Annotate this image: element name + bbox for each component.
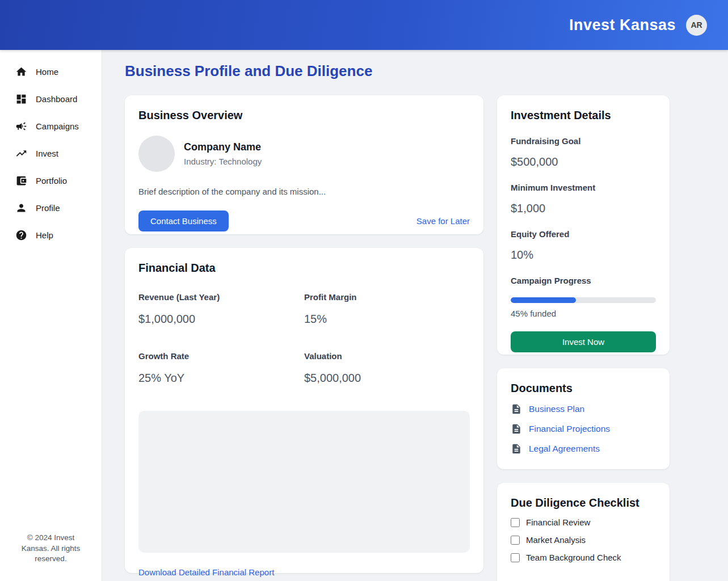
financial-chart-placeholder (138, 411, 470, 553)
card-title: Financial Data (138, 262, 470, 275)
document-icon (511, 403, 522, 415)
home-icon (15, 66, 27, 78)
document-legal-agreements[interactable]: Legal Agreements (511, 443, 656, 454)
company-name: Company Name (184, 141, 262, 153)
checklist-item-market-analysis[interactable]: Market Analysis (511, 535, 656, 545)
field-minimum-investment: Minimum Investment $1,000 (511, 183, 656, 215)
sidebar-item-invest[interactable]: Invest (0, 140, 102, 167)
document-link[interactable]: Business Plan (529, 404, 584, 414)
progress-bar (511, 297, 656, 303)
company-industry: Industry: Technology (184, 157, 262, 166)
sidebar: Home Dashboard Campaigns Invest Portfoli… (0, 50, 102, 581)
field-fundraising-goal: Fundraising Goal $500,000 (511, 136, 656, 169)
person-icon (15, 202, 27, 214)
card-title: Investment Details (511, 109, 656, 122)
metric-profit-margin: Profit Margin 15% (304, 292, 470, 326)
company-description: Brief description of the company and its… (138, 187, 470, 196)
copyright-text: © 2024 Invest Kansas. All rights reserve… (0, 533, 102, 564)
sidebar-item-home[interactable]: Home (0, 58, 102, 85)
progress-text: 45% funded (511, 309, 656, 318)
metric-valuation: Valuation $5,000,000 (304, 351, 470, 385)
financial-review-checkbox[interactable] (511, 518, 520, 527)
help-icon (15, 229, 27, 241)
sidebar-item-portfolio[interactable]: Portfolio (0, 167, 102, 194)
document-link[interactable]: Legal Agreements (529, 444, 600, 454)
sidebar-item-campaigns[interactable]: Campaigns (0, 112, 102, 140)
metric-value: $5,000,000 (304, 372, 470, 385)
document-link[interactable]: Financial Projections (529, 424, 610, 434)
campaign-progress-section: Campaign Progress 45% funded (511, 276, 656, 318)
sidebar-item-label: Invest (36, 149, 58, 158)
trending-up-icon (15, 148, 27, 159)
market-analysis-checkbox[interactable] (511, 536, 520, 545)
document-icon (511, 443, 522, 454)
app-title: Invest Kansas (569, 16, 676, 34)
sidebar-item-label: Portfolio (36, 176, 67, 186)
download-report-link[interactable]: Download Detailed Financial Report (138, 567, 274, 577)
sidebar-item-dashboard[interactable]: Dashboard (0, 85, 102, 112)
field-label: Equity Offered (511, 229, 656, 239)
document-icon (511, 423, 522, 435)
contact-business-button[interactable]: Contact Business (138, 210, 229, 231)
user-avatar[interactable]: AR (686, 15, 707, 36)
metric-value: 25% YoY (138, 372, 304, 385)
metric-value: 15% (304, 313, 470, 326)
financial-data-card: Financial Data Revenue (Last Year) $1,00… (125, 248, 483, 573)
card-title: Documents (511, 382, 656, 395)
progress-bar-fill (511, 297, 576, 303)
metric-label: Valuation (304, 351, 470, 361)
card-title: Business Overview (138, 109, 470, 122)
company-logo-placeholder (138, 136, 175, 172)
sidebar-item-label: Campaigns (36, 121, 79, 131)
documents-card: Documents Business Plan Financial Projec… (497, 368, 670, 469)
checkbox-label: Market Analysis (526, 535, 586, 545)
checkbox-label: Team Background Check (526, 553, 621, 562)
sidebar-item-profile[interactable]: Profile (0, 194, 102, 221)
checklist-item-financial-review[interactable]: Financial Review (511, 517, 656, 527)
investment-details-card: Investment Details Fundraising Goal $500… (497, 95, 670, 355)
sidebar-item-label: Home (36, 67, 58, 77)
field-value: $500,000 (511, 155, 656, 169)
metric-label: Revenue (Last Year) (138, 292, 304, 302)
card-title: Due Diligence Checklist (511, 496, 656, 510)
overview-actions: Contact Business Save for Later (138, 210, 470, 231)
sidebar-item-label: Profile (36, 203, 60, 213)
progress-label: Campaign Progress (511, 276, 656, 285)
financial-metrics-grid: Revenue (Last Year) $1,000,000 Profit Ma… (138, 292, 470, 385)
field-equity-offered: Equity Offered 10% (511, 229, 656, 262)
sidebar-item-help[interactable]: Help (0, 221, 102, 249)
company-info: Company Name Industry: Technology (184, 141, 262, 166)
sidebar-item-label: Dashboard (36, 94, 77, 104)
invest-now-button[interactable]: Invest Now (511, 331, 656, 352)
metric-growth-rate: Growth Rate 25% YoY (138, 351, 304, 385)
field-value: $1,000 (511, 202, 656, 215)
dashboard-icon (15, 93, 27, 105)
metric-revenue: Revenue (Last Year) $1,000,000 (138, 292, 304, 326)
metric-label: Growth Rate (138, 351, 304, 361)
business-overview-card: Business Overview Company Name Industry:… (125, 95, 483, 234)
field-label: Minimum Investment (511, 183, 656, 192)
checkbox-label: Financial Review (526, 517, 590, 527)
checklist-item-team-background[interactable]: Team Background Check (511, 553, 656, 562)
document-financial-projections[interactable]: Financial Projections (511, 423, 656, 435)
document-business-plan[interactable]: Business Plan (511, 403, 656, 415)
company-row: Company Name Industry: Technology (138, 136, 470, 172)
page-title: Business Profile and Due Diligence (125, 62, 372, 80)
team-background-checkbox[interactable] (511, 553, 520, 562)
field-value: 10% (511, 249, 656, 262)
metric-label: Profit Margin (304, 292, 470, 302)
metric-value: $1,000,000 (138, 313, 304, 326)
due-diligence-card: Due Diligence Checklist Financial Review… (497, 483, 670, 581)
wallet-icon (15, 175, 27, 187)
app-header: Invest Kansas AR (0, 0, 728, 50)
sidebar-item-label: Help (36, 230, 53, 240)
field-label: Fundraising Goal (511, 136, 656, 146)
save-for-later-link[interactable]: Save for Later (416, 216, 470, 226)
campaign-icon (15, 120, 27, 132)
